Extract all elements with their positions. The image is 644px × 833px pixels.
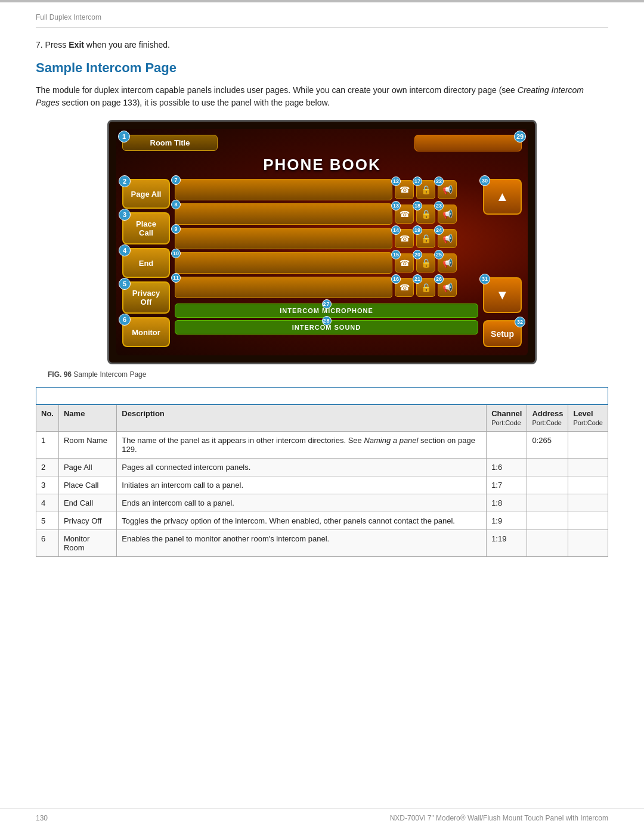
speaker-icon-2[interactable]: 23 📢 [438, 205, 457, 224]
badge-30: 30 [479, 175, 490, 186]
badge-18: 18 [413, 201, 422, 210]
row-6-name: Monitor Room [58, 530, 116, 557]
step-bold: Exit [69, 40, 84, 49]
col-header-channel: Channel Port:Code [487, 405, 527, 432]
end-button[interactable]: 4 End [122, 248, 170, 278]
contact-btn-1[interactable]: 7 [175, 179, 392, 200]
contact-btn-4[interactable]: 10 [175, 252, 392, 274]
row-1-desc: The name of the panel as it appears in o… [117, 432, 487, 459]
badge-8: 8 [171, 200, 181, 209]
row-2-name: Page All [58, 459, 116, 476]
badge-17: 17 [413, 176, 422, 186]
phone-icon-3[interactable]: 14 ☎ [395, 229, 414, 248]
place-call-button[interactable]: 3 PlaceCall [122, 212, 170, 244]
intro-paragraph: The module for duplex intercom capable p… [36, 84, 608, 109]
badge-27: 27 [322, 299, 332, 309]
panel-body: 2 Page All 3 PlaceCall 4 End 5 PrivacyOf… [122, 179, 522, 347]
row-6-no: 6 [36, 530, 59, 557]
badge-23: 23 [434, 201, 444, 210]
grid-row-4: 10 15 ☎ 20 🔒 25 📢 [175, 252, 478, 274]
badge-31: 31 [479, 274, 490, 284]
badge-5: 5 [119, 278, 131, 290]
speaker-icon-5[interactable]: 26 📢 [438, 278, 457, 297]
phonebook-title: PHONE BOOK [122, 156, 522, 174]
lock-icon-4[interactable]: 20 🔒 [416, 253, 435, 272]
bottom-controls: 27 INTERCOM MICROPHONE 28 INTERCOM SOUND [175, 304, 478, 337]
row-6-desc: Enables the panel to monitor another roo… [117, 530, 487, 557]
contact-btn-5[interactable]: 11 [175, 277, 392, 298]
badge-22: 22 [434, 176, 444, 186]
sample-intercom-table: Sample Intercom Page No. Name Descriptio… [36, 387, 608, 557]
badge-1: 1 [118, 131, 130, 143]
badge-15: 15 [391, 250, 401, 259]
contact-btn-3[interactable]: 9 [175, 228, 392, 249]
badge-9: 9 [171, 224, 181, 234]
col-header-level: Level Port:Code [568, 405, 608, 432]
contact-btn-2[interactable]: 8 [175, 203, 392, 225]
phone-icon-1[interactable]: 12 ☎ [395, 180, 414, 199]
table-row: 3 Place Call Initiates an intercom call … [36, 476, 608, 494]
badge-7: 7 [171, 175, 181, 185]
room-title-button[interactable]: 1 Room Title [122, 135, 218, 151]
intercom-sound-bar[interactable]: 28 INTERCOM SOUND [175, 320, 478, 335]
privacy-off-button[interactable]: 5 PrivacyOff [122, 281, 170, 314]
row-1-level [568, 432, 608, 459]
row-3-level [568, 476, 608, 494]
badge-2: 2 [119, 175, 131, 187]
nav-down-button[interactable]: 31 ▼ [483, 277, 522, 313]
row-5-desc: Toggles the privacy option of the interc… [117, 512, 487, 530]
col-header-no: No. [36, 405, 59, 432]
grid-row-2: 8 13 ☎ 18 🔒 23 📢 [175, 203, 478, 225]
lock-icon-1[interactable]: 17 🔒 [416, 180, 435, 199]
step-number: 7. [36, 40, 43, 49]
nav-up-button[interactable]: 30 ▲ [483, 179, 522, 215]
page-all-button[interactable]: 2 Page All [122, 179, 170, 209]
figure-caption: FIG. 96 FIG. 96 Sample Intercom PageSamp… [36, 370, 608, 379]
panel-container: 1 Room Title 29 PHONE BOOK 2 Page All [107, 120, 537, 364]
row-4-level [568, 494, 608, 512]
col-header-description: Description [117, 405, 487, 432]
speaker-icon-4[interactable]: 25 📢 [438, 253, 457, 272]
table-row: 5 Privacy Off Toggles the privacy option… [36, 512, 608, 530]
table-container: Sample Intercom Page No. Name Descriptio… [36, 387, 608, 557]
right-buttons: 30 ▲ 31 ▼ 32 Setup [483, 179, 522, 347]
step-intro: Press [45, 40, 69, 49]
top-right-button[interactable]: 29 [414, 135, 522, 151]
row-1-channel [487, 432, 527, 459]
row-6-address [527, 530, 568, 557]
speaker-icon-3[interactable]: 24 📢 [438, 229, 457, 248]
page-header: Full Duplex Intercom [0, 2, 644, 21]
grid-row-1: 7 12 ☎ 17 🔒 22 📢 [175, 179, 478, 200]
row-2-desc: Pages all connected intercom panels. [117, 459, 487, 476]
lock-icon-2[interactable]: 18 🔒 [416, 205, 435, 224]
setup-button[interactable]: 32 Setup [483, 320, 522, 347]
badge-19: 19 [413, 225, 422, 235]
row-2-level [568, 459, 608, 476]
header-label: Full Duplex Intercom [36, 13, 608, 21]
table-row: 1 Room Name The name of the panel as it … [36, 432, 608, 459]
row-3-name: Place Call [58, 476, 116, 494]
step-rest: when you are finished. [84, 40, 170, 49]
badge-16: 16 [391, 274, 401, 284]
badge-29: 29 [514, 131, 526, 143]
phone-icon-2[interactable]: 13 ☎ [395, 205, 414, 224]
row-1-no: 1 [36, 432, 59, 459]
row-6-level [568, 530, 608, 557]
lock-icon-5[interactable]: 21 🔒 [416, 278, 435, 297]
row-5-name: Privacy Off [58, 512, 116, 530]
speaker-icon-1[interactable]: 22 📢 [438, 180, 457, 199]
badge-32: 32 [515, 317, 525, 327]
phone-icon-4[interactable]: 15 ☎ [395, 253, 414, 272]
table-row: 4 End Call Ends an intercom call to a pa… [36, 494, 608, 512]
col-header-name: Name [58, 405, 116, 432]
row-5-channel: 1:9 [487, 512, 527, 530]
monitor-button[interactable]: 6 Monitor [122, 317, 170, 347]
page-footer: 130 NXD-700Vi 7" Modero® Wall/Flush Moun… [0, 809, 644, 822]
badge-13: 13 [391, 201, 401, 210]
phone-icon-5[interactable]: 16 ☎ [395, 278, 414, 297]
lock-icon-3[interactable]: 19 🔒 [416, 229, 435, 248]
intro-text-2: section on page 133), it is possible to … [60, 98, 330, 107]
badge-6: 6 [119, 314, 131, 326]
col-header-address: Address Port:Code [527, 405, 568, 432]
row-5-level [568, 512, 608, 530]
